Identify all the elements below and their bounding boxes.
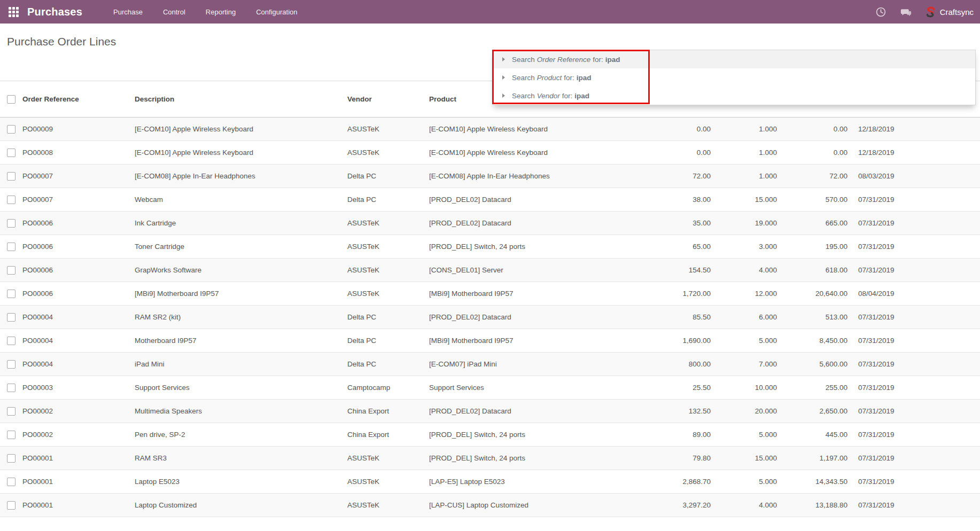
- cell-vendor: Delta PC: [347, 337, 429, 345]
- cell-description: [E-COM10] Apple Wireless Keyboard: [135, 125, 347, 133]
- table-row[interactable]: PO00004iPad MiniDelta PC[E-COM07] iPad M…: [0, 353, 980, 376]
- apps-grid-icon[interactable]: [9, 7, 19, 17]
- cell-product: [E-COM07] iPad Mini: [429, 360, 582, 368]
- purchases-app-page: Purchases PurchaseControlReportingConfig…: [0, 0, 980, 531]
- cell-order-ref: PO00001: [22, 501, 135, 509]
- cell-quantity: 15.000: [712, 454, 778, 462]
- cell-subtotal: 255.00: [778, 384, 849, 392]
- table-row[interactable]: PO00006GrapWorks SoftwareASUSTeK[CONS_DE…: [0, 259, 980, 282]
- row-checkbox[interactable]: [7, 384, 15, 392]
- menu-item-control[interactable]: Control: [162, 6, 186, 18]
- header-order-reference[interactable]: Order Reference: [22, 95, 135, 103]
- row-checkbox[interactable]: [7, 149, 15, 157]
- cell-order-ref: PO00009: [22, 125, 135, 133]
- cell-vendor: China Export: [347, 407, 429, 415]
- cell-unit-price: 65.00: [582, 243, 712, 251]
- activities-clock-icon[interactable]: [875, 6, 886, 18]
- cell-subtotal: 665.00: [778, 219, 849, 227]
- cell-quantity: 1.000: [712, 149, 778, 157]
- table-row[interactable]: PO00001Laptop E5023ASUSTeK[LAP-E5] Lapto…: [0, 470, 980, 494]
- row-checkbox[interactable]: [7, 290, 15, 298]
- cell-order-ref: PO00008: [22, 149, 135, 157]
- cell-subtotal: 1,197.00: [778, 454, 849, 462]
- row-checkbox[interactable]: [7, 266, 15, 275]
- row-checkbox[interactable]: [7, 337, 15, 345]
- cell-subtotal: 20,640.00: [778, 290, 849, 298]
- search-suggestion-product[interactable]: SearchProductfor:ipad: [493, 68, 975, 87]
- select-all-checkbox[interactable]: [7, 95, 15, 104]
- expand-caret-icon[interactable]: [502, 93, 505, 98]
- cell-product: [LAP-E5] Laptop E5023: [429, 478, 582, 486]
- table-row[interactable]: PO00008[E-COM10] Apple Wireless Keyboard…: [0, 141, 980, 165]
- row-checkbox[interactable]: [7, 501, 15, 510]
- menu-item-configuration[interactable]: Configuration: [255, 6, 298, 18]
- search-suggestion-order-reference[interactable]: SearchOrder Referencefor:ipad: [493, 50, 975, 68]
- cell-order-ref: PO00004: [22, 360, 135, 368]
- cell-description: [E-COM08] Apple In-Ear Headphones: [135, 172, 347, 180]
- menu-item-purchase[interactable]: Purchase: [112, 6, 144, 18]
- cell-unit-price: 1,720.00: [582, 290, 712, 298]
- table-row[interactable]: PO00007[E-COM08] Apple In-Ear Headphones…: [0, 165, 980, 188]
- top-menu: PurchaseControlReportingConfiguration: [112, 6, 299, 18]
- table-row[interactable]: PO00001RAM SR3ASUSTeK[PROD_DEL] Switch, …: [0, 447, 980, 470]
- row-checkbox[interactable]: [7, 125, 15, 134]
- row-checkbox[interactable]: [7, 172, 15, 181]
- row-checkbox[interactable]: [7, 219, 15, 228]
- table-row[interactable]: PO00001Laptop CustomizedASUSTeK[LAP-CUS]…: [0, 494, 980, 517]
- cell-subtotal: 0.00: [778, 149, 849, 157]
- cell-order-ref: PO00006: [22, 243, 135, 251]
- menu-item-reporting[interactable]: Reporting: [205, 6, 237, 18]
- table-row[interactable]: PO00003Support ServicesCamptocampSupport…: [0, 376, 980, 400]
- cell-product: [PROD_DEL] Switch, 24 ports: [429, 454, 582, 462]
- row-checkbox[interactable]: [7, 313, 15, 322]
- cell-subtotal: 5,600.00: [778, 360, 849, 368]
- app-title[interactable]: Purchases: [27, 6, 82, 18]
- user-menu[interactable]: Craftsync: [925, 6, 974, 18]
- table-row[interactable]: PO00002Multimedia SpeakersChina Export[P…: [0, 400, 980, 423]
- page-title: Purchase Order Lines: [7, 35, 116, 48]
- company-logo-icon: [925, 6, 936, 18]
- cell-subtotal: 72.00: [778, 172, 849, 180]
- row-checkbox[interactable]: [7, 196, 15, 204]
- table-row[interactable]: PO00006Toner CartridgeASUSTeK[PROD_DEL] …: [0, 235, 980, 259]
- row-checkbox[interactable]: [7, 360, 15, 369]
- table-row[interactable]: PO00006[MBi9] Motherboard I9P57ASUSTeK[M…: [0, 282, 980, 306]
- messages-chat-icon[interactable]: [900, 6, 912, 18]
- cell-subtotal: 195.00: [778, 243, 849, 251]
- table-row[interactable]: PO00004Motherboard I9P57Delta PC[MBi9] M…: [0, 329, 980, 353]
- table-row[interactable]: PO00006Ink CartridgeASUSTeK[PROD_DEL02] …: [0, 212, 980, 235]
- cell-quantity: 4.000: [712, 266, 778, 274]
- table-row[interactable]: PO00004RAM SR2 (kit)Delta PC[PROD_DEL02]…: [0, 306, 980, 329]
- cell-product: [PROD_DEL02] Datacard: [429, 219, 582, 227]
- table-row[interactable]: PO00007WebcamDelta PC[PROD_DEL02] Dataca…: [0, 188, 980, 212]
- cell-description: GrapWorks Software: [135, 266, 347, 274]
- cell-unit-price: 38.00: [582, 196, 712, 204]
- expand-caret-icon[interactable]: [502, 75, 505, 80]
- table-row[interactable]: PO00002Pen drive, SP-2China Export[PROD_…: [0, 423, 980, 447]
- row-checkbox[interactable]: [7, 243, 15, 251]
- header-description[interactable]: Description: [135, 95, 347, 103]
- cell-subtotal: 8,450.00: [778, 337, 849, 345]
- header-vendor[interactable]: Vendor: [347, 95, 429, 103]
- table-row[interactable]: PO00009[E-COM10] Apple Wireless Keyboard…: [0, 118, 980, 141]
- cell-product: [E-COM10] Apple Wireless Keyboard: [429, 149, 582, 157]
- row-checkbox[interactable]: [7, 407, 15, 416]
- cell-vendor: ASUSTeK: [347, 219, 429, 227]
- cell-subtotal: 2,650.00: [778, 407, 849, 415]
- row-checkbox[interactable]: [7, 431, 15, 439]
- cell-product: [PROD_DEL02] Datacard: [429, 196, 582, 204]
- cell-quantity: 15.000: [712, 196, 778, 204]
- cell-product: [PROD_DEL02] Datacard: [429, 313, 582, 321]
- cell-description: Ink Cartridge: [135, 219, 347, 227]
- expand-caret-icon[interactable]: [502, 57, 505, 61]
- cell-scheduled-date: 07/31/2019: [849, 431, 918, 439]
- cell-order-ref: PO00002: [22, 431, 135, 439]
- cell-description: iPad Mini: [135, 360, 347, 368]
- cell-quantity: 5.000: [712, 337, 778, 345]
- row-checkbox[interactable]: [7, 454, 15, 463]
- cell-product: Support Services: [429, 384, 582, 392]
- cell-product: [E-COM08] Apple In-Ear Headphones: [429, 172, 582, 180]
- row-checkbox[interactable]: [7, 478, 15, 486]
- search-suggestion-vendor[interactable]: SearchVendorfor:ipad: [493, 87, 975, 105]
- cell-vendor: Delta PC: [347, 196, 429, 204]
